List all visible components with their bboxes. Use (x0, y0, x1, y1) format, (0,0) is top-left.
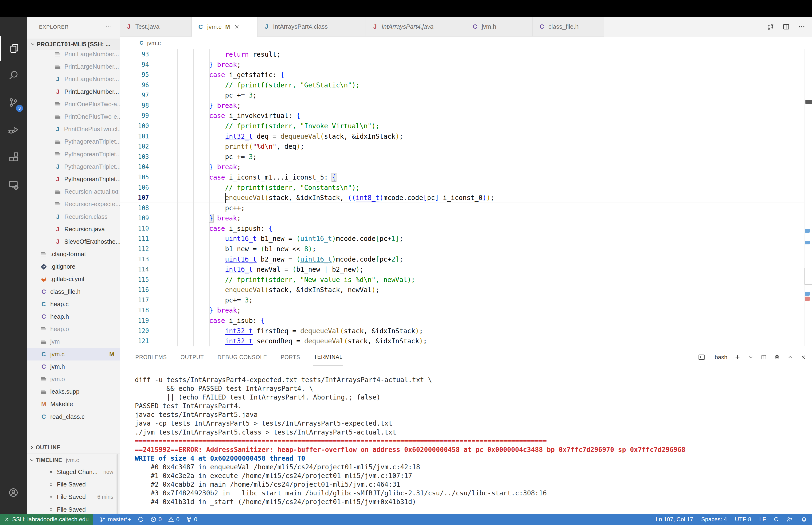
status-indentation[interactable]: Spaces: 4 (701, 516, 727, 523)
split-editor-icon[interactable] (782, 23, 790, 31)
file-item-heap-c[interactable]: Cheap.c (27, 298, 120, 311)
split-terminal-icon[interactable] (761, 354, 767, 360)
status-errors[interactable]: 0 (150, 516, 162, 523)
outline-section-header[interactable]: OUTLINE (27, 441, 120, 453)
code-line-116[interactable]: 116 enqueueVal(stack, &idxInStack, newVa… (120, 285, 804, 295)
explorer-more-actions-icon[interactable] (105, 23, 111, 29)
status-cursor-position[interactable]: Ln 107, Col 17 (656, 516, 693, 523)
file-item-jvm-c[interactable]: Cjvm.cM (27, 348, 120, 360)
activity-remote-explorer[interactable] (0, 172, 27, 197)
terminal-dropdown-icon[interactable] (748, 354, 754, 360)
tab-intarrayspart4-java[interactable]: JIntArraysPart4.java (366, 17, 466, 37)
status-encoding[interactable]: UTF-8 (735, 516, 751, 523)
tab-class-file-h[interactable]: Cclass_file.h (533, 17, 604, 37)
code-line-98[interactable]: 98 } break; (120, 101, 804, 111)
tab-close-icon[interactable] (234, 24, 240, 30)
timeline-section-header[interactable]: TIMELINE jvm.c (27, 453, 120, 466)
activity-accounts[interactable] (0, 480, 27, 505)
code-line-101[interactable]: 101 int32_t deq = dequeueVal(stack, &idx… (120, 131, 804, 142)
code-line-102[interactable]: 102 printf("%d\n", deq); (120, 141, 804, 152)
status-sync[interactable] (137, 516, 144, 523)
code-line-106[interactable]: 106 // fprintf(stderr, "Constants\n"); (120, 183, 804, 193)
panel-tab-terminal[interactable]: TERMINAL (313, 349, 343, 365)
panel-tab-ports[interactable]: PORTS (280, 349, 301, 365)
panel-tab-output[interactable]: OUTPUT (180, 349, 204, 365)
sidebar-scrollbar[interactable] (117, 454, 119, 514)
file-item-printlargenumber-[interactable]: JPrintLargeNumber... (27, 73, 120, 85)
code-line-105[interactable]: 105 case i_iconst_m1...i_iconst_5: { (120, 172, 804, 183)
file-item-leaks-supp[interactable]: leaks.supp (27, 386, 120, 398)
code-line-96[interactable]: 96 // fprintf(stderr, "GetStatic\n"); (120, 80, 804, 90)
overview-ruler[interactable] (804, 49, 812, 346)
tab-intarrayspart4-class[interactable]: JIntArraysPart4.class (258, 17, 366, 37)
new-terminal-icon[interactable] (734, 354, 740, 360)
scrollbar-thumb[interactable] (806, 100, 812, 104)
code-line-117[interactable]: 117 pc+= 3; (120, 295, 804, 305)
shell-label[interactable]: bash (715, 354, 727, 361)
panel-tab-problems[interactable]: PROBLEMS (135, 349, 167, 365)
timeline-item[interactable]: File Saved (27, 478, 120, 491)
file-item-jvm-h[interactable]: Cjvm.h (27, 360, 120, 373)
status-language-mode[interactable]: C (774, 516, 778, 523)
timeline-item[interactable]: File Saved (27, 504, 120, 514)
file-item-read-class-c[interactable]: Cread_class.c (27, 410, 120, 423)
editor-more-actions-icon[interactable] (798, 23, 806, 31)
terminal-output[interactable]: diff -u tests/IntArraysPart4-expected.tx… (135, 376, 802, 506)
file-item-jvm[interactable]: jvm (27, 335, 120, 348)
status-warnings[interactable]: 0 (168, 516, 180, 523)
activity-extensions[interactable] (0, 145, 27, 169)
code-line-94[interactable]: 94 } break; (120, 60, 804, 70)
code-line-114[interactable]: 114 int16_t newVal = (b1_new | b2_new); (120, 265, 804, 275)
status-notifications[interactable] (801, 516, 807, 523)
tab-jvm-c[interactable]: Cjvm.cM (192, 17, 258, 37)
code-line-120[interactable]: 120 int32_t firstDeq = dequeueVal(stack,… (120, 326, 804, 336)
panel-tab-debug-console[interactable]: DEBUG CONSOLE (217, 349, 267, 365)
code-line-99[interactable]: 99 case i_invokevirtual: { (120, 111, 804, 121)
timeline-item[interactable]: File Saved6 mins (27, 491, 120, 503)
file-item-printoneplustwo-a-[interactable]: PrintOnePlusTwo-a... (27, 98, 120, 110)
code-line-115[interactable]: 115 // fprintf(stderr, "New value is %d\… (120, 275, 804, 285)
file-item-pythagoreantriplet-[interactable]: PythagoreanTriplet... (27, 135, 120, 148)
code-editor[interactable]: 93 return result;94 } break;95 case i_ge… (120, 49, 812, 346)
open-changes-icon[interactable] (767, 23, 775, 31)
code-line-112[interactable]: 112 b1_new = (b1_new << 8); (120, 244, 804, 254)
code-line-109[interactable]: 109 } break; (120, 213, 804, 224)
code-line-121[interactable]: 121 int32_t secondDeq = dequeueVal(stack… (120, 336, 804, 346)
activity-explorer[interactable] (0, 36, 28, 61)
code-line-113[interactable]: 113 uint16_t b2_new = (uint16_t)mcode.co… (120, 254, 804, 265)
code-line-111[interactable]: 111 uint16_t b1_new = (uint16_t)mcode.co… (120, 234, 804, 244)
code-line-103[interactable]: 103 pc += 3; (120, 152, 804, 162)
status-eol[interactable]: LF (760, 516, 766, 523)
code-line-118[interactable]: 118 } break; (120, 305, 804, 316)
code-line-119[interactable]: 119 case i_isub: { (120, 316, 804, 326)
file-item--gitignore[interactable]: .gitignore (27, 260, 120, 273)
file-item-recursion-java[interactable]: JRecursion.java (27, 223, 120, 236)
status-ports[interactable]: 0 (186, 516, 197, 523)
tab-jvm-h[interactable]: Cjvm.h (466, 17, 533, 37)
activity-source-control[interactable]: 3 (0, 90, 27, 115)
file-item-pythagoreantriplet-[interactable]: PythagoreanTriplet... (27, 148, 120, 161)
file-item-jvm-o[interactable]: jvm.o (27, 373, 120, 386)
code-line-104[interactable]: 104 } break; (120, 162, 804, 172)
code-line-107[interactable]: 107 enqueueVal(stack, &idxInStack, ((int… (120, 193, 804, 203)
file-item-pythagoreantriplet-[interactable]: JPythagoreanTriplet... (27, 173, 120, 185)
file-item-printlargenumber-[interactable]: JPrintLargeNumber... (27, 86, 120, 98)
tab-test-java[interactable]: JTest.java (120, 17, 192, 37)
code-line-93[interactable]: 93 return result; (120, 49, 804, 60)
breadcrumb[interactable]: C jvm.c (120, 37, 812, 49)
file-item-pythagoreantriplet-[interactable]: JPythagoreanTriplet... (27, 161, 120, 173)
activity-search[interactable] (0, 63, 27, 87)
maximize-panel-icon[interactable] (787, 354, 793, 360)
file-item-printoneplustwo-cl-[interactable]: JPrintOnePlusTwo.cl... (27, 123, 120, 135)
activity-run-debug[interactable] (0, 118, 27, 142)
code-line-100[interactable]: 100 // fprintf(stderr, "Invoke Virtual\n… (120, 121, 804, 131)
file-item-printlargenumber-[interactable]: PrintLargeNumber... (27, 48, 120, 60)
file-item-sieveoferathosthe-[interactable]: JSieveOfErathosthe... (27, 236, 120, 248)
file-item--gitlab-ci-yml[interactable]: .gitlab-ci.yml (27, 273, 120, 285)
close-panel-icon[interactable] (800, 354, 806, 360)
file-item-class-file-h[interactable]: Cclass_file.h (27, 286, 120, 298)
file-item-recursion-class[interactable]: JRecursion.class (27, 210, 120, 223)
file-item-recursion-expecte-[interactable]: Recursion-expecte... (27, 198, 120, 210)
code-line-97[interactable]: 97 pc += 3; (120, 90, 804, 101)
file-item-makefile[interactable]: MMakefile (27, 398, 120, 410)
